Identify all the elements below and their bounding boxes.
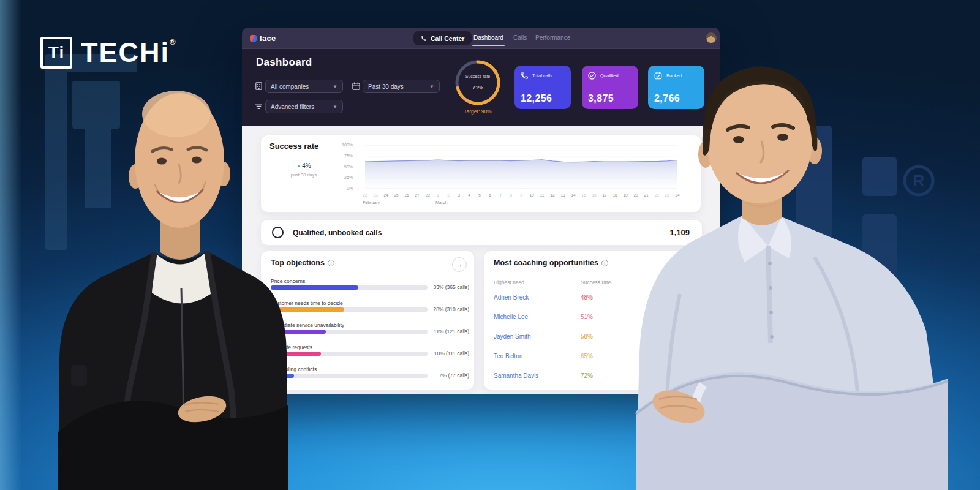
person-left <box>58 91 288 490</box>
people-overlay <box>0 0 980 490</box>
promo-canvas: R Ti TECHi® lace Call Center Dashboard C… <box>0 0 980 490</box>
person-right <box>636 66 948 490</box>
